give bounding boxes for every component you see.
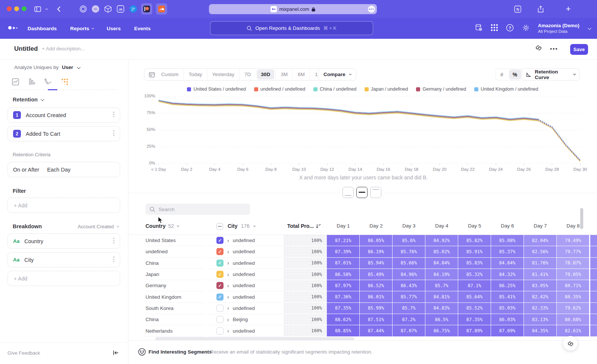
nav-item-users[interactable]: Users [107, 26, 121, 31]
expand-chevron-icon[interactable]: › [227, 294, 229, 300]
kebab-menu-icon[interactable] [113, 256, 115, 264]
expand-chevron-icon[interactable]: › [227, 283, 229, 289]
extension-soundcloud-icon[interactable] [156, 3, 167, 15]
retention-value-cell[interactable]: 84.32% [491, 269, 524, 280]
expand-chevron-icon[interactable]: › [227, 328, 229, 334]
column-header-day[interactable]: Day 7 [524, 223, 557, 229]
view-toggle-split-icon[interactable] [356, 187, 368, 198]
date-range-custom[interactable]: Custom [156, 68, 184, 81]
date-range-3m[interactable]: 3M [275, 68, 293, 81]
legend-item[interactable]: Japan / undefined [365, 87, 408, 92]
city-select-all-checkbox[interactable] [216, 223, 223, 230]
retention-value-cell[interactable]: 85.83% [458, 258, 491, 269]
chevron-down-icon[interactable] [43, 4, 49, 13]
add-description[interactable]: + Add description... [42, 46, 85, 51]
data-management-icon[interactable] [475, 23, 483, 33]
retention-value-cell[interactable]: 82.56% [524, 246, 557, 257]
expand-chevron-icon[interactable]: › [227, 317, 229, 323]
absolute-mode-button[interactable]: # [496, 68, 508, 81]
column-header-day[interactable]: Day 5 [458, 223, 491, 229]
column-header-day[interactable]: Day 2 [360, 223, 393, 229]
help-icon[interactable]: ? [506, 24, 514, 33]
column-header-day[interactable]: Day 1 [327, 223, 360, 229]
retention-value-cell[interactable]: 87.2% [393, 314, 425, 325]
tab-insights[interactable] [11, 78, 19, 86]
retention-value-cell[interactable]: 88.85% [327, 325, 360, 336]
row-checkbox-unchecked[interactable] [216, 316, 224, 323]
retention-value-cell[interactable]: 84.81% [425, 291, 458, 302]
expand-chevron-icon[interactable]: › [227, 249, 229, 255]
retention-value-cell[interactable]: 81.41% [524, 269, 557, 280]
expand-chevron-icon[interactable]: › [227, 272, 229, 277]
retention-value-cell[interactable]: 85.99% [360, 303, 393, 314]
retention-value-cell[interactable]: 84.35% [524, 325, 557, 336]
column-header-day[interactable]: Day 8 [557, 223, 590, 229]
retention-value-cell[interactable]: 88.62% [327, 314, 360, 325]
retention-value-cell[interactable]: 79.05% [557, 269, 590, 280]
retention-value-cell[interactable]: 85.7% [393, 303, 425, 314]
collapse-sidebar-icon[interactable] [113, 350, 119, 355]
retention-value-cell[interactable]: 78.87% [557, 258, 590, 269]
legend-item[interactable]: China / undefined [313, 87, 356, 92]
nav-item-events[interactable]: Events [134, 26, 151, 31]
retention-value-cell[interactable]: 86.5% [425, 314, 458, 325]
retention-value-cell[interactable]: 85.52% [458, 303, 491, 314]
copy-link-icon[interactable] [535, 44, 542, 51]
new-tab-icon[interactable]: + [563, 4, 573, 13]
global-search[interactable]: Open Reports & Dashboards ⌘ + K [210, 21, 373, 35]
tab-funnels[interactable] [28, 78, 36, 86]
column-header-total[interactable]: Total Pro... [284, 223, 321, 229]
breakdown-event-selector[interactable]: Account Created [78, 224, 118, 229]
retention-value-cell[interactable]: 85.76% [393, 246, 425, 257]
retention-value-cell[interactable]: 86.25% [491, 280, 524, 291]
retention-value-cell[interactable]: 85.82% [458, 235, 491, 246]
row-checkbox-unchecked[interactable] [216, 327, 224, 335]
retention-criteria-card[interactable]: On or After Each Day [7, 162, 120, 177]
report-title[interactable]: Untitled [14, 45, 38, 53]
retention-value-cell[interactable]: 86.58% [327, 269, 360, 280]
criteria-each-day[interactable]: Each Day [47, 167, 71, 173]
date-range-today[interactable]: Today [184, 68, 207, 81]
retention-value-cell[interactable]: 82.04% [524, 235, 557, 246]
row-checkbox-unchecked[interactable] [216, 305, 224, 312]
column-header-day[interactable]: Day 6 [491, 223, 524, 229]
retention-value-cell[interactable]: 83.13% [524, 314, 557, 325]
extension-avatar-icon[interactable]: m [91, 4, 100, 13]
retention-chart[interactable] [159, 96, 580, 163]
tab-retention[interactable] [60, 78, 69, 86]
project-switcher[interactable]: Amazonia {Demo} All Project Data [538, 23, 579, 34]
retention-value-cell[interactable]: 85.02% [425, 246, 458, 257]
calendar-icon[interactable] [144, 72, 156, 78]
retention-value-cell[interactable]: 79.49% [557, 235, 590, 246]
column-header-day[interactable]: Day 4 [425, 223, 458, 229]
retention-value-cell[interactable]: 83.05% [524, 280, 557, 291]
retention-value-cell[interactable]: 87.69% [491, 325, 524, 336]
retention-value-cell[interactable]: 87.01% [327, 258, 360, 269]
kebab-menu-icon[interactable] [113, 238, 115, 245]
retention-value-cell[interactable]: 82.61% [557, 325, 590, 336]
retention-value-cell[interactable]: 84.96% [393, 269, 425, 280]
retention-value-cell[interactable]: 84.64% [491, 258, 524, 269]
retention-value-cell[interactable]: 87.35% [327, 303, 360, 314]
column-header-city[interactable]: City 176 [228, 223, 255, 229]
retention-value-cell[interactable]: 86.75% [425, 325, 458, 336]
nav-item-reports[interactable]: Reports [70, 26, 93, 31]
browser-url-bar[interactable]: mixpanel.com ••• [209, 4, 377, 14]
notion-tab-icon[interactable]: N [513, 4, 522, 13]
share-link-fab[interactable] [563, 336, 578, 351]
row-checkbox-checked[interactable]: ✓ [216, 294, 224, 301]
legend-item[interactable]: Germany / undefined [416, 87, 466, 92]
expand-chevron-icon[interactable]: › [227, 238, 229, 244]
retention-value-cell[interactable]: 87.1% [458, 280, 491, 291]
retention-value-cell[interactable]: 85.08% [491, 235, 524, 246]
retention-value-cell[interactable]: 87.35% [458, 314, 491, 325]
retention-value-cell[interactable]: 80.35% [557, 291, 590, 302]
retention-value-cell[interactable]: 82.42% [524, 291, 557, 302]
extension-js-icon[interactable]: JS [116, 4, 125, 13]
minimize-window-button[interactable] [14, 6, 19, 11]
retention-value-cell[interactable]: 85.64% [458, 291, 491, 302]
retention-value-cell[interactable]: 87.21% [327, 235, 360, 246]
retention-value-cell[interactable]: 79.77% [557, 246, 590, 257]
row-checkbox-checked[interactable]: ✓ [216, 271, 224, 278]
retention-value-cell[interactable]: 84.84% [425, 258, 458, 269]
